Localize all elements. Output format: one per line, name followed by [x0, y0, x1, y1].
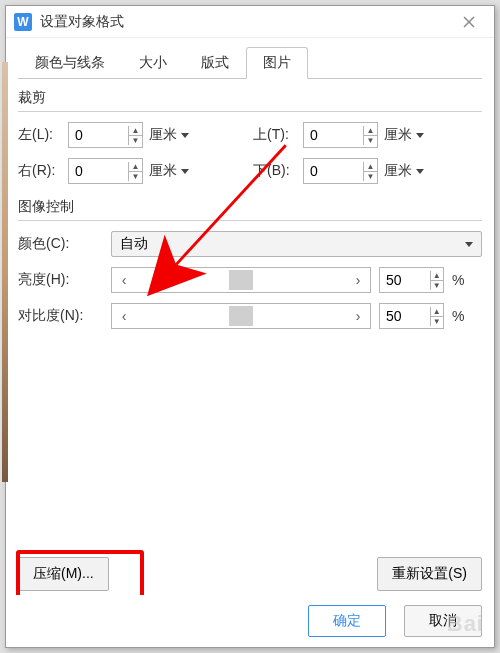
brightness-row: 亮度(H): ‹ › ▲ ▼ % [18, 267, 482, 293]
slider-thumb[interactable] [229, 270, 253, 290]
titlebar: W 设置对象格式 [6, 6, 494, 38]
caret-down-icon [416, 169, 424, 174]
spinner-buttons: ▲ ▼ [363, 126, 377, 145]
slider-left-arrow-icon[interactable]: ‹ [112, 304, 136, 328]
color-label: 颜色(C): [18, 235, 103, 253]
window-title: 设置对象格式 [40, 13, 452, 31]
spin-down-icon[interactable]: ▼ [364, 136, 377, 145]
slider-track[interactable] [136, 304, 346, 328]
close-icon [463, 16, 475, 28]
spin-down-icon[interactable]: ▼ [129, 136, 142, 145]
ok-button[interactable]: 确定 [308, 605, 386, 637]
crop-right-spinner[interactable]: ▲ ▼ [68, 158, 143, 184]
close-button[interactable] [452, 10, 486, 34]
spin-up-icon[interactable]: ▲ [364, 126, 377, 136]
slider-thumb[interactable] [229, 306, 253, 326]
crop-left-label: 左(L): [18, 126, 68, 144]
tab-layout[interactable]: 版式 [184, 47, 246, 79]
tab-size[interactable]: 大小 [122, 47, 184, 79]
crop-left-input[interactable] [69, 123, 128, 147]
caret-down-icon [465, 242, 473, 247]
slider-right-arrow-icon[interactable]: › [346, 268, 370, 292]
bottom-button-row: 压缩(M)... 重新设置(S) [18, 557, 482, 591]
crop-section-title: 裁剪 [18, 89, 482, 107]
divider [18, 111, 482, 112]
crop-left-unit[interactable]: 厘米 [143, 126, 203, 144]
crop-right-input[interactable] [69, 159, 128, 183]
contrast-spinner[interactable]: ▲ ▼ [379, 303, 444, 329]
divider [18, 220, 482, 221]
spin-down-icon[interactable]: ▼ [129, 172, 142, 181]
caret-down-icon [416, 133, 424, 138]
contrast-slider[interactable]: ‹ › [111, 303, 371, 329]
color-value: 自动 [120, 235, 148, 253]
spin-down-icon[interactable]: ▼ [431, 317, 444, 326]
crop-top-input[interactable] [304, 123, 363, 147]
spinner-buttons: ▲ ▼ [128, 162, 142, 181]
crop-bottom-input[interactable] [304, 159, 363, 183]
spinner-buttons: ▲ ▼ [430, 307, 444, 326]
format-object-dialog: W 设置对象格式 颜色与线条 大小 版式 图片 裁剪 左(L): ▲ ▼ 厘米 [5, 5, 495, 648]
crop-bottom-spinner[interactable]: ▲ ▼ [303, 158, 378, 184]
brightness-slider[interactable]: ‹ › [111, 267, 371, 293]
tab-picture[interactable]: 图片 [246, 47, 308, 79]
percent-label: % [452, 272, 482, 288]
crop-top-unit[interactable]: 厘米 [378, 126, 438, 144]
spin-down-icon[interactable]: ▼ [431, 281, 444, 290]
spin-up-icon[interactable]: ▲ [364, 162, 377, 172]
color-row: 颜色(C): 自动 [18, 231, 482, 257]
spin-down-icon[interactable]: ▼ [364, 172, 377, 181]
crop-grid: 左(L): ▲ ▼ 厘米 上(T): ▲ ▼ 厘米 右(R): [18, 122, 482, 184]
spinner-buttons: ▲ ▼ [430, 271, 444, 290]
crop-right-label: 右(R): [18, 162, 68, 180]
caret-down-icon [181, 169, 189, 174]
spin-up-icon[interactable]: ▲ [129, 162, 142, 172]
crop-right-unit[interactable]: 厘米 [143, 162, 203, 180]
slider-left-arrow-icon[interactable]: ‹ [112, 268, 136, 292]
color-select[interactable]: 自动 [111, 231, 482, 257]
tab-bar: 颜色与线条 大小 版式 图片 [18, 46, 482, 79]
contrast-input[interactable] [380, 304, 430, 328]
crop-bottom-unit[interactable]: 厘米 [378, 162, 438, 180]
compress-button[interactable]: 压缩(M)... [18, 557, 109, 591]
spinner-buttons: ▲ ▼ [128, 126, 142, 145]
crop-left-spinner[interactable]: ▲ ▼ [68, 122, 143, 148]
cancel-button[interactable]: 取消 [404, 605, 482, 637]
crop-bottom-label: 下(B): [253, 162, 303, 180]
spinner-buttons: ▲ ▼ [363, 162, 377, 181]
contrast-label: 对比度(N): [18, 307, 103, 325]
tab-color-lines[interactable]: 颜色与线条 [18, 47, 122, 79]
dialog-body: 颜色与线条 大小 版式 图片 裁剪 左(L): ▲ ▼ 厘米 上(T): ▲ [6, 38, 494, 329]
dialog-footer: 确定 取消 [6, 595, 494, 647]
brightness-input[interactable] [380, 268, 430, 292]
spin-up-icon[interactable]: ▲ [431, 271, 444, 281]
caret-down-icon [181, 133, 189, 138]
contrast-row: 对比度(N): ‹ › ▲ ▼ % [18, 303, 482, 329]
percent-label: % [452, 308, 482, 324]
reset-button[interactable]: 重新设置(S) [377, 557, 482, 591]
image-control-title: 图像控制 [18, 198, 482, 216]
slider-track[interactable] [136, 268, 346, 292]
spin-up-icon[interactable]: ▲ [431, 307, 444, 317]
crop-top-label: 上(T): [253, 126, 303, 144]
brightness-label: 亮度(H): [18, 271, 103, 289]
spin-up-icon[interactable]: ▲ [129, 126, 142, 136]
app-icon: W [14, 13, 32, 31]
brightness-spinner[interactable]: ▲ ▼ [379, 267, 444, 293]
crop-top-spinner[interactable]: ▲ ▼ [303, 122, 378, 148]
slider-right-arrow-icon[interactable]: › [346, 304, 370, 328]
